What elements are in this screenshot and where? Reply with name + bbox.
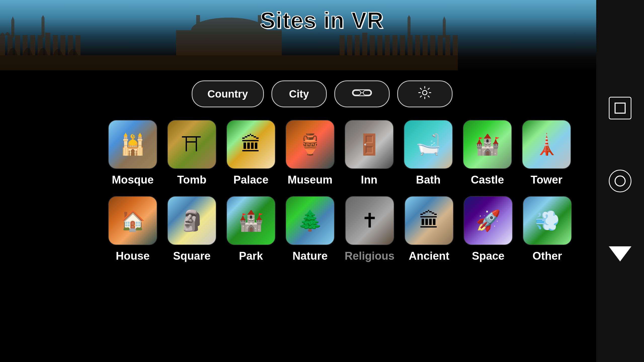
- city-label: City: [289, 88, 309, 100]
- svg-point-56: [615, 176, 625, 186]
- svg-rect-22: [340, 35, 345, 55]
- svg-rect-43: [353, 90, 361, 95]
- grid-item-bath[interactable]: 🛁Bath: [404, 120, 453, 186]
- grid-thumb-icon-square: 🗿: [168, 197, 216, 245]
- grid-label-castle: Castle: [471, 173, 504, 186]
- grid-thumb-icon-castle: 🏰: [463, 120, 511, 168]
- city-button[interactable]: City: [271, 80, 327, 107]
- grid-item-park[interactable]: 🏰Park: [226, 196, 275, 262]
- svg-rect-18: [196, 15, 200, 33]
- grid-thumb-tower: 🗼: [522, 120, 571, 169]
- grid-row-1: 🕌Mosque⛩Tomb🏛Palace🏺Museum🚪Inn🛁Bath🏰Cast…: [103, 120, 541, 186]
- svg-line-54: [420, 96, 422, 98]
- vr-icon: [352, 88, 372, 100]
- svg-marker-41: [443, 16, 446, 20]
- svg-rect-35: [438, 35, 443, 55]
- svg-rect-27: [377, 35, 382, 55]
- grid-thumb-icon-ancient: 🏛: [405, 197, 453, 245]
- grid-label-space: Space: [472, 250, 505, 262]
- svg-rect-24: [355, 35, 360, 55]
- svg-rect-31: [408, 35, 413, 55]
- square-icon: [614, 102, 626, 114]
- grid-row-2: 🏠House🗿Square🏰Park🌲Nature✝Religious🏛Anci…: [103, 196, 541, 262]
- circle-button[interactable]: [609, 170, 631, 192]
- header-banner: Sites in VR: [0, 0, 644, 70]
- grid-item-other[interactable]: 💨Other: [523, 196, 572, 262]
- grid-item-ancient[interactable]: 🏛Ancient: [405, 196, 454, 262]
- grid-label-tomb: Tomb: [177, 173, 207, 186]
- svg-rect-34: [430, 35, 435, 55]
- svg-rect-1: [0, 35, 5, 55]
- grid-item-square[interactable]: 🗿Square: [167, 196, 216, 262]
- grid-label-tower: Tower: [531, 173, 562, 186]
- svg-rect-28: [385, 35, 390, 55]
- grid-thumb-park: 🏰: [226, 196, 275, 245]
- svg-rect-12: [11, 20, 14, 38]
- grid-item-castle[interactable]: 🏰Castle: [463, 120, 512, 186]
- svg-point-17: [191, 18, 267, 43]
- grid-label-park: Park: [239, 250, 263, 262]
- svg-rect-33: [423, 35, 428, 55]
- grid-thumb-palace: 🏛: [226, 120, 275, 169]
- grid-thumb-mosque: 🕌: [108, 120, 157, 169]
- grid-thumb-icon-space: 🚀: [464, 197, 512, 245]
- grid-thumb-other: 💨: [523, 196, 572, 245]
- svg-rect-44: [363, 90, 371, 95]
- grid-item-mosque[interactable]: 🕌Mosque: [108, 120, 157, 186]
- grid-thumb-icon-mosque: 🕌: [109, 120, 157, 168]
- vr-button[interactable]: [334, 80, 390, 107]
- grid-item-palace[interactable]: 🏛Palace: [226, 120, 275, 186]
- grid-thumb-icon-other: 💨: [523, 197, 571, 245]
- grid-thumb-castle: 🏰: [463, 120, 512, 169]
- grid-label-mosque: Mosque: [112, 173, 153, 186]
- grid-container: 🕌Mosque⛩Tomb🏛Palace🏺Museum🚪Inn🛁Bath🏰Cast…: [93, 120, 551, 262]
- svg-rect-32: [415, 35, 420, 55]
- grid-thumb-museum: 🏺: [286, 120, 335, 169]
- svg-rect-23: [347, 35, 352, 55]
- settings-button[interactable]: [397, 80, 453, 107]
- svg-rect-25: [362, 33, 367, 55]
- grid-thumb-tomb: ⛩: [167, 120, 216, 169]
- grid-thumb-nature: 🌲: [286, 196, 335, 245]
- grid-thumb-icon-bath: 🛁: [404, 120, 452, 168]
- country-label: Country: [208, 88, 248, 100]
- grid-thumb-icon-tower: 🗼: [522, 120, 571, 168]
- grid-item-religious[interactable]: ✝Religious: [345, 196, 394, 262]
- triangle-button[interactable]: [609, 243, 631, 265]
- grid-item-nature[interactable]: 🌲Nature: [286, 196, 335, 262]
- square-button[interactable]: [609, 97, 631, 119]
- grid-thumb-space: 🚀: [464, 196, 513, 245]
- svg-rect-30: [400, 35, 405, 55]
- grid-label-other: Other: [533, 250, 562, 262]
- grid-item-tower[interactable]: 🗼Tower: [522, 120, 571, 186]
- circle-icon: [614, 175, 626, 187]
- grid-label-ancient: Ancient: [409, 250, 449, 262]
- country-button[interactable]: Country: [192, 80, 264, 107]
- svg-rect-40: [443, 20, 446, 38]
- grid-item-tomb[interactable]: ⛩Tomb: [167, 120, 216, 186]
- svg-line-51: [420, 88, 422, 90]
- svg-line-53: [428, 88, 430, 90]
- grid-thumb-icon-palace: 🏛: [227, 120, 275, 168]
- svg-rect-38: [408, 18, 411, 38]
- grid-item-museum[interactable]: 🏺Museum: [286, 120, 335, 186]
- svg-point-46: [423, 90, 427, 95]
- grid-label-museum: Museum: [288, 173, 332, 186]
- nav-bar: Country City: [93, 70, 551, 120]
- grid-thumb-ancient: 🏛: [405, 196, 454, 245]
- grid-item-space[interactable]: 🚀Space: [464, 196, 513, 262]
- grid-label-nature: Nature: [293, 250, 328, 262]
- svg-marker-39: [408, 15, 411, 18]
- grid-thumb-icon-house: 🏠: [109, 197, 157, 245]
- grid-thumb-religious: ✝: [345, 196, 394, 245]
- svg-line-52: [428, 96, 430, 98]
- grid-thumb-inn: 🚪: [345, 120, 394, 169]
- grid-item-inn[interactable]: 🚪Inn: [345, 120, 394, 186]
- grid-thumb-icon-inn: 🚪: [345, 120, 393, 168]
- grid-thumb-square: 🗿: [167, 196, 216, 245]
- svg-rect-0: [0, 55, 458, 70]
- triangle-down-icon: [609, 246, 631, 261]
- grid-label-inn: Inn: [361, 173, 378, 186]
- grid-item-house[interactable]: 🏠House: [108, 196, 157, 262]
- grid-label-house: House: [116, 250, 149, 262]
